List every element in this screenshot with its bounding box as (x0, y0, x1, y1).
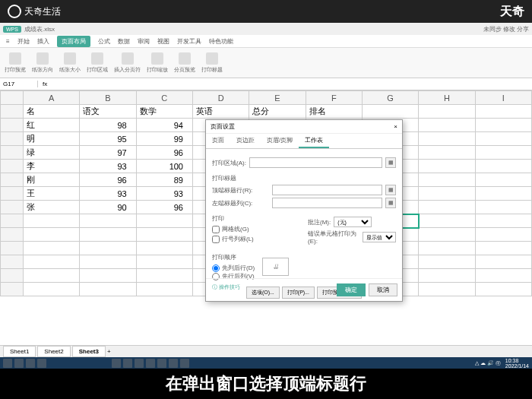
cell[interactable] (475, 173, 531, 187)
menu-icon[interactable]: ≡ (6, 38, 10, 45)
col-header[interactable]: I (475, 91, 531, 105)
cell[interactable] (475, 187, 531, 201)
sheet-tab[interactable]: Sheet1 (3, 346, 36, 357)
ribbon-tab[interactable]: 开发工具 (177, 37, 201, 46)
row-header[interactable] (1, 201, 24, 214)
cell[interactable] (475, 119, 531, 132)
cell[interactable] (475, 132, 531, 146)
col-header[interactable]: G (362, 91, 418, 105)
cell[interactable] (475, 269, 531, 283)
cell[interactable]: 王 (24, 187, 80, 201)
tray-icons[interactable]: △ ☁ 🔊 ㊥ (475, 359, 501, 367)
cell[interactable]: 张 (24, 201, 80, 214)
clock-date[interactable]: 2022/1/14 (505, 363, 529, 369)
cortana-icon[interactable] (26, 359, 35, 368)
ribbon-tab[interactable]: 公式 (98, 37, 110, 46)
cell[interactable]: 93 (80, 187, 136, 201)
cell[interactable]: 96 (136, 201, 192, 214)
cell[interactable] (475, 242, 531, 255)
cell[interactable] (136, 228, 192, 242)
ribbon-group[interactable]: 分页预览 (174, 52, 195, 74)
cell[interactable]: 93 (80, 160, 136, 173)
cell[interactable] (419, 242, 475, 255)
cell[interactable] (475, 228, 531, 242)
cell[interactable]: 94 (136, 119, 192, 132)
fx-icon[interactable]: fx (38, 81, 52, 87)
app-icon[interactable] (146, 359, 155, 368)
row-header[interactable] (1, 214, 24, 228)
app-icon[interactable] (169, 359, 178, 368)
cell[interactable] (136, 269, 192, 283)
cell[interactable]: 语文 (80, 105, 136, 119)
gridlines-checkbox[interactable] (212, 226, 220, 233)
cell[interactable] (136, 283, 192, 296)
range-picker-icon[interactable]: ▦ (385, 198, 396, 208)
dialog-tab-active[interactable]: 工作表 (299, 134, 329, 148)
cell[interactable] (475, 255, 531, 269)
cell[interactable] (419, 173, 475, 187)
left-col-input[interactable] (272, 198, 382, 208)
cell[interactable]: 90 (80, 201, 136, 214)
ribbon-tab[interactable]: 特色功能 (209, 37, 233, 46)
order-down-radio[interactable] (212, 264, 220, 272)
col-header[interactable]: B (80, 91, 136, 105)
cell[interactable] (362, 105, 418, 119)
cell[interactable] (80, 242, 136, 255)
cell[interactable]: 李 (24, 160, 80, 173)
cell[interactable] (419, 228, 475, 242)
cell[interactable]: 名 (24, 105, 80, 119)
col-header[interactable]: E (249, 91, 306, 105)
col-header[interactable]: H (419, 91, 475, 105)
app-icon[interactable] (123, 359, 132, 368)
row-header[interactable] (1, 187, 24, 201)
cell[interactable] (419, 146, 475, 160)
cell[interactable]: 93 (136, 187, 192, 201)
cell[interactable]: 89 (136, 173, 192, 187)
row-header[interactable] (1, 283, 24, 296)
row-header[interactable] (1, 228, 24, 242)
cell[interactable] (419, 255, 475, 269)
cell[interactable] (419, 160, 475, 173)
cell[interactable]: 99 (136, 132, 192, 146)
app-icon[interactable] (157, 359, 166, 368)
ribbon-group[interactable]: 插入分页符 (114, 52, 141, 74)
dialog-tab[interactable]: 页面 (206, 134, 230, 148)
ribbon-tab-active[interactable]: 页面布局 (57, 36, 90, 47)
ribbon-tab[interactable]: 审阅 (138, 37, 150, 46)
taskview-icon[interactable] (37, 359, 46, 368)
row-header[interactable] (1, 160, 24, 173)
cell[interactable] (475, 160, 531, 173)
app-icon[interactable] (112, 359, 121, 368)
sheet-tab[interactable]: Sheet2 (37, 346, 70, 357)
dialog-tab[interactable]: 页眉/页脚 (261, 134, 299, 148)
cell[interactable]: 98 (80, 119, 136, 132)
cell[interactable]: 刚 (24, 173, 80, 187)
cell[interactable] (80, 214, 136, 228)
ok-button[interactable]: 确定 (337, 283, 366, 296)
cell[interactable] (475, 214, 531, 228)
start-icon[interactable] (3, 359, 12, 368)
clock-time[interactable]: 10:38 (505, 358, 519, 363)
ribbon-group[interactable]: 打印标题 (201, 52, 223, 74)
row-header[interactable] (1, 173, 24, 187)
cell[interactable] (136, 255, 192, 269)
cell[interactable] (80, 283, 136, 296)
cell[interactable] (475, 146, 531, 160)
help-link[interactable]: ⓘ 操作技巧 (212, 283, 240, 291)
cell[interactable]: 97 (80, 146, 136, 160)
close-icon[interactable]: × (394, 123, 397, 130)
row-header[interactable] (1, 146, 24, 160)
cell[interactable] (475, 201, 531, 214)
corner-cell[interactable] (1, 91, 24, 105)
cell[interactable] (80, 255, 136, 269)
sheet-tab-active[interactable]: Sheet3 (72, 346, 106, 357)
ribbon-group[interactable]: 纸张大小 (59, 52, 81, 74)
cell[interactable] (80, 269, 136, 283)
col-header[interactable]: F (306, 91, 362, 105)
app-icon[interactable] (135, 359, 144, 368)
cell[interactable] (475, 283, 531, 296)
cell[interactable]: 排名 (306, 105, 362, 119)
row-header[interactable] (1, 119, 24, 132)
cell[interactable]: 100 (136, 160, 192, 173)
cell[interactable]: 明 (24, 132, 80, 146)
